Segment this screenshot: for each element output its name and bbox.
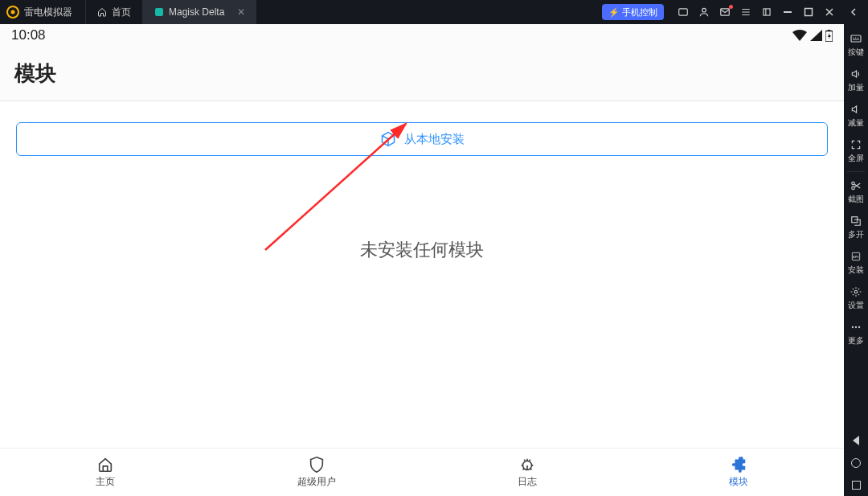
sidebar-item-settings[interactable]: 设置 [844,281,868,316]
app-logo-icon [6,6,19,18]
sidebar-label: 减量 [848,117,864,129]
sidebar-label: 按键 [848,47,864,58]
bottom-nav: 主页 超级用户 日志 模块 [0,448,844,496]
volume-down-icon [850,103,862,116]
more-icon [850,321,862,334]
phone-control-button[interactable]: ⚡ 手机控制 [602,4,664,20]
app-name: 雷电模拟器 [24,6,85,19]
gear-icon [850,285,862,298]
sidebar-label: 截图 [848,194,864,205]
android-screen: 10:08 模块 从本地安装 未安装任何模块 主页 超级用户 [0,24,844,496]
sidebar-label: 安装 [848,264,864,276]
close-icon[interactable]: ✕ [237,6,245,18]
svg-point-1 [11,10,15,14]
home-icon [96,456,114,473]
home-icon [97,7,107,17]
wifi-icon [792,30,807,41]
status-time: 10:08 [11,27,46,43]
sidebar-label: 多开 [848,229,864,240]
svg-text:APK: APK [853,255,859,259]
home-button[interactable] [851,458,861,468]
tab-label: Magisk Delta [169,6,224,18]
sidebar-item-more[interactable]: 更多 [844,316,868,351]
nav-log[interactable]: 日志 [422,449,633,496]
nav-label: 主页 [96,475,115,489]
magisk-icon [154,7,164,17]
tab-magisk[interactable]: Magisk Delta ✕ [142,0,256,24]
volume-up-icon [850,68,862,80]
nav-label: 日志 [518,475,537,489]
minimize-icon[interactable] [781,6,794,18]
sidebar-item-volume-up[interactable]: 加量 [844,63,868,98]
empty-message: 未安装任何模块 [0,238,844,262]
main-content: 从本地安装 未安装任何模块 [0,101,844,448]
maximize-icon[interactable] [802,6,815,18]
menu-icon[interactable] [739,6,752,18]
expand-icon[interactable] [760,6,773,18]
svg-rect-7 [784,11,792,13]
sidebar-label: 全屏 [848,153,864,164]
multi-icon [850,215,862,228]
android-nav-buttons [851,436,861,490]
sidebar-item-install[interactable]: APK安装 [844,245,868,281]
svg-point-11 [852,187,855,190]
mail-icon[interactable] [719,6,731,18]
install-label: 从本地安装 [404,132,465,147]
svg-point-10 [852,182,855,185]
scissors-icon [850,179,862,192]
sidebar-label: 设置 [848,300,864,311]
bolt-icon: ⚡ [608,7,620,18]
nav-home[interactable]: 主页 [0,449,211,496]
back-button[interactable] [853,436,859,445]
close-window-icon[interactable] [823,6,836,18]
recents-button[interactable] [852,481,861,490]
sidebar-item-multi[interactable]: 多开 [844,210,868,245]
sidebar-label: 更多 [848,335,864,346]
svg-rect-8 [805,9,813,16]
puzzle-icon [730,456,747,473]
sidebar-item-keymap[interactable]: 按键 [844,27,868,63]
nav-modules[interactable]: 模块 [633,449,845,496]
bug-icon [518,456,536,473]
sidebar-item-screenshot[interactable]: 截图 [844,174,868,210]
svg-rect-3 [679,9,688,15]
fullscreen-icon [850,138,862,151]
sidebar-item-volume-down[interactable]: 减量 [844,98,868,133]
sidebar-label: 加量 [848,82,864,93]
svg-point-16 [852,326,854,328]
chevron-left-icon[interactable] [847,6,860,18]
page-title: 模块 [14,59,56,88]
sidebar-item-fullscreen[interactable]: 全屏 [844,133,868,169]
svg-rect-9 [851,35,861,42]
phone-control-label: 手机控制 [622,6,657,18]
signal-icon [810,30,822,41]
svg-point-17 [855,326,857,328]
install-from-local-button[interactable]: 从本地安装 [16,122,828,156]
keyboard-icon [850,32,862,45]
shield-icon [308,456,326,473]
user-icon[interactable] [698,6,710,18]
svg-point-4 [702,8,706,12]
svg-rect-2 [155,8,163,16]
svg-point-15 [854,290,858,293]
emulator-titlebar: 雷电模拟器 首页 Magisk Delta ✕ ⚡ 手机控制 [0,0,868,24]
battery-icon [825,30,833,42]
status-icons [792,30,833,42]
svg-point-18 [858,326,860,328]
tab-home[interactable]: 首页 [85,0,142,24]
screenshot-icon[interactable] [677,6,690,18]
nav-label: 模块 [729,475,748,489]
tab-label: 首页 [112,6,131,19]
nav-superuser[interactable]: 超级用户 [211,449,423,496]
svg-rect-20 [828,30,830,31]
window-controls [669,6,868,18]
svg-rect-6 [764,9,770,15]
nav-label: 超级用户 [297,475,336,489]
status-bar: 10:08 [0,24,844,47]
package-icon [380,131,396,147]
apk-icon: APK [850,250,862,263]
app-header: 模块 [0,47,844,101]
emulator-sidebar: 按键 加量 减量 全屏 截图 多开 APK安装 设置 更多 [844,24,868,496]
